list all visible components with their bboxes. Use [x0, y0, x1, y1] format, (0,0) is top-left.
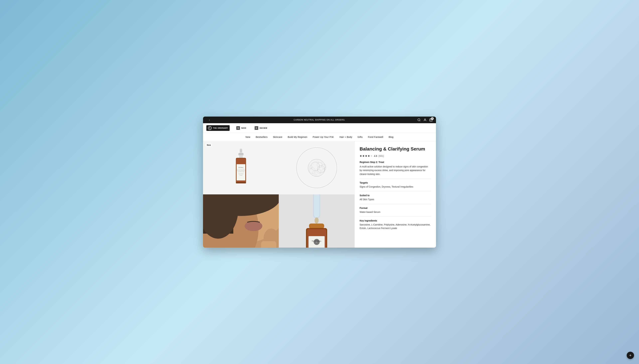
- browser-window: ‹ CARBON NEUTRAL SHIPPING ON ALL ORDERS.…: [203, 116, 436, 248]
- nav-blog[interactable]: Blog: [389, 136, 393, 138]
- product-image-bottle[interactable]: New The Ordinary.: [203, 141, 279, 194]
- star-4: ★: [368, 154, 370, 158]
- divider-2: [360, 191, 431, 192]
- svg-rect-7: [239, 155, 243, 158]
- brand-logo-deciem: D: [255, 126, 258, 130]
- svg-rect-18: [236, 182, 246, 184]
- cart-badge: 0: [431, 117, 434, 120]
- svg-point-21: [308, 159, 325, 176]
- targets-label: Targets: [360, 182, 431, 184]
- star-half: ★: [370, 154, 373, 158]
- star-1: ★: [360, 154, 362, 158]
- nav-bestsellers[interactable]: Bestsellers: [256, 136, 268, 138]
- star-3: ★: [365, 154, 367, 158]
- brand-the-ordinary[interactable]: O. THE ORDINARY: [206, 125, 230, 131]
- svg-rect-54: [309, 224, 324, 228]
- svg-rect-52: [314, 194, 319, 218]
- format-section: Format Water-based Serum: [360, 207, 431, 214]
- rating-row: ★ ★ ★ ★ ★ 4.6 (931): [360, 154, 431, 158]
- bubble-svg: [295, 146, 338, 190]
- targets-value: Signs of Congestion, Dryness, Textural I…: [360, 185, 431, 188]
- svg-text:with Integrity: with Integrity: [239, 175, 242, 176]
- suited-section: Suited to All Skin Types: [360, 194, 431, 201]
- brand-name-niod: NIOD: [241, 127, 246, 129]
- product-image-person[interactable]: [203, 194, 279, 248]
- product-images-grid: New The Ordinary.: [203, 141, 354, 248]
- person-svg: [203, 194, 279, 248]
- star-rating[interactable]: ★ ★ ★ ★ ★: [360, 154, 373, 158]
- star-2: ★: [362, 154, 365, 158]
- divider-3: [360, 204, 431, 204]
- nav-build-regimen[interactable]: Build My Regimen: [288, 136, 307, 138]
- svg-rect-5: [240, 149, 242, 152]
- rating-count: (931): [378, 155, 384, 157]
- regimen-section: Regimen Step 2: Treat A multi-active sol…: [360, 161, 431, 176]
- targets-section: Targets Signs of Congestion, Dryness, Te…: [360, 182, 431, 188]
- rating-number: 4.6: [374, 155, 377, 157]
- brand-logo-the-ordinary: O.: [208, 126, 212, 130]
- new-badge: New: [205, 143, 213, 147]
- suited-value: All Skin Types: [360, 198, 431, 201]
- brand-name-deciem: DECIEM: [260, 127, 267, 129]
- format-label: Format: [360, 207, 431, 209]
- regimen-label: Regimen Step 2: Treat: [360, 161, 431, 164]
- ingredients-label: Key ingredients: [360, 219, 431, 222]
- divider-1: [360, 178, 431, 179]
- cart-icon[interactable]: 0: [429, 118, 433, 122]
- svg-rect-49: [261, 241, 276, 248]
- svg-text:The Ordinary.: The Ordinary.: [238, 167, 243, 168]
- carousel-next-button[interactable]: ›: [314, 239, 320, 245]
- product-title: Balancing & Clarifying Serum: [360, 146, 431, 152]
- bottle-illustration: The Ordinary. Balancing & Clarifying Ser…: [229, 148, 253, 188]
- brand-bar: O. THE ORDINARY N NIOD D DECIEM: [203, 123, 436, 133]
- svg-rect-10: [236, 164, 245, 180]
- announcement-text: CARBON NEUTRAL SHIPPING ON ALL ORDERS.: [213, 119, 426, 121]
- svg-point-53: [315, 217, 319, 223]
- brand-name-the-ordinary: THE ORDINARY: [213, 127, 228, 129]
- product-image-texture[interactable]: [279, 141, 354, 194]
- svg-point-2: [424, 119, 426, 120]
- product-details-panel: Balancing & Clarifying Serum ★ ★ ★ ★ ★ 4…: [354, 141, 436, 248]
- svg-text:Sérum Équilibrant & Purifiant: Sérum Équilibrant & Purifiant: [237, 171, 244, 172]
- header-icons: 0: [417, 118, 433, 122]
- bubble-visualization: [279, 141, 354, 194]
- account-icon[interactable]: [423, 118, 427, 122]
- main-content: New The Ordinary.: [203, 141, 436, 248]
- nav-new[interactable]: New: [246, 136, 250, 138]
- announcement-prev[interactable]: ‹: [206, 118, 213, 121]
- ingredients-section: Key ingredients Sarcosine, L-Carnitine, …: [360, 219, 431, 230]
- brand-niod[interactable]: N NIOD: [235, 125, 248, 131]
- suited-label: Suited to: [360, 194, 431, 197]
- format-value: Water-based Serum: [360, 210, 431, 214]
- brand-deciem[interactable]: D DECIEM: [253, 125, 269, 131]
- nav-skincare[interactable]: Skincare: [273, 136, 282, 138]
- svg-point-36: [326, 166, 327, 168]
- ingredients-value: Sarcosine, L-Carnitine, Polylysine, Aden…: [360, 223, 431, 230]
- search-icon[interactable]: [417, 118, 421, 122]
- svg-point-0: [418, 118, 420, 121]
- product-image-dropper[interactable]: The Ordinary. ›: [279, 194, 354, 248]
- svg-line-1: [420, 120, 420, 121]
- regimen-description: A multi-active solution designed to redu…: [360, 165, 431, 176]
- announcement-bar: ‹ CARBON NEUTRAL SHIPPING ON ALL ORDERS.…: [203, 116, 436, 123]
- nav-power-up[interactable]: Power Up Your P.M.: [313, 136, 334, 138]
- nav-hair-body[interactable]: Hair + Body: [339, 136, 352, 138]
- main-nav: New Bestsellers Skincare Build My Regime…: [203, 133, 436, 141]
- svg-text:Clinique Formulations: Clinique Formulations: [238, 174, 243, 174]
- brand-logo-niod: N: [236, 126, 240, 130]
- divider-4: [360, 216, 431, 217]
- svg-text:Balancing & Clarifying Serum: Balancing & Clarifying Serum: [237, 170, 245, 170]
- nav-fond-farewell[interactable]: Fond Farewell: [368, 136, 383, 138]
- nav-gifts[interactable]: Gifts: [358, 136, 363, 138]
- svg-rect-6: [238, 153, 243, 155]
